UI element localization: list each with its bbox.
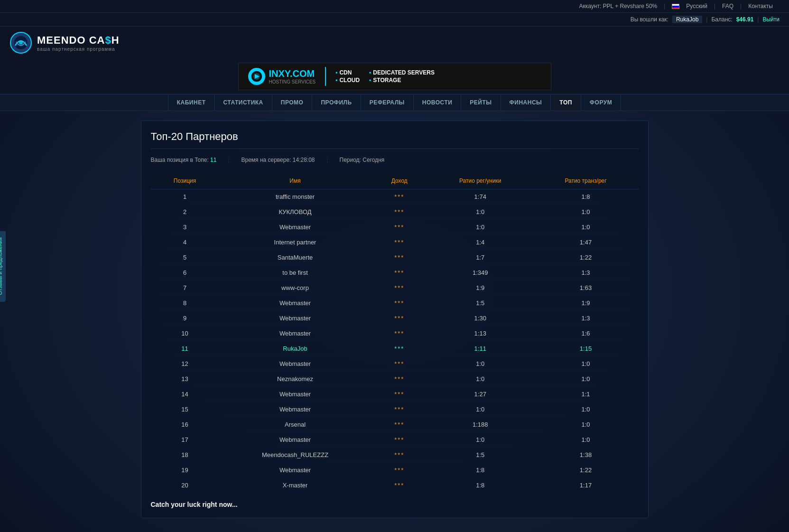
cell-reg-ratio: 1:9 [427, 280, 533, 296]
separator-2: | [714, 3, 715, 9]
logo: MEENDO CA$H ваша партнерская программа [9, 31, 120, 54]
nav-news[interactable]: НОВОСТИ [414, 94, 462, 111]
cell-name: traffic monster [219, 189, 371, 205]
cell-position: 11 [151, 341, 219, 356]
cell-income: *** [371, 280, 427, 296]
cell-reg-ratio: 1:8 [427, 463, 533, 478]
cell-income: *** [371, 326, 427, 341]
cell-position: 4 [151, 235, 219, 250]
cell-income: *** [371, 220, 427, 235]
nav-top[interactable]: ТОП [551, 94, 581, 111]
cell-income: *** [371, 205, 427, 220]
table-row: 6to be first***1:3491:3 [151, 265, 639, 280]
banner-inner[interactable]: INXY.COM HOSTING SERVICES •CDN •DEDICATE… [238, 63, 551, 90]
nav-statistics[interactable]: СТАТИСТИКА [215, 94, 272, 111]
cell-reg-ratio: 1:0 [427, 372, 533, 387]
nav-cabinet[interactable]: КАБИНЕТ [168, 94, 215, 111]
language-selector[interactable]: Русский [686, 3, 707, 9]
page-title: Топ-20 Партнеров [151, 131, 639, 149]
table-row: 1traffic monster***1:741:8 [151, 189, 639, 205]
cell-name: SantaMuerte [219, 250, 371, 265]
cell-trans-ratio: 1:0 [533, 432, 639, 448]
flag-icon [672, 3, 679, 9]
cell-income: *** [371, 265, 427, 280]
table-row: 16Arsenal***1:1881:0 [151, 417, 639, 432]
cell-trans-ratio: 1:0 [533, 402, 639, 417]
cell-position: 9 [151, 311, 219, 326]
cell-position: 2 [151, 205, 219, 220]
side-tab[interactable]: Отзывы и предложения [0, 231, 6, 301]
cell-name: Webmaster [219, 311, 371, 326]
cell-position: 15 [151, 402, 219, 417]
balance-label: Баланс: [711, 16, 732, 23]
table-row: 11RukaJob***1:111:15 [151, 341, 639, 356]
logout-button[interactable]: Выйти [762, 16, 780, 23]
cell-position: 14 [151, 387, 219, 402]
nav-finance[interactable]: ФИНАНСЫ [501, 94, 551, 111]
cell-position: 17 [151, 432, 219, 448]
cell-name: www-corp [219, 280, 371, 296]
table-row: 20X-master***1:81:17 [151, 478, 639, 493]
cell-name: Webmaster [219, 356, 371, 372]
cell-reg-ratio: 1:0 [427, 220, 533, 235]
table-row: 5SantaMuerte***1:71:22 [151, 250, 639, 265]
cell-income: *** [371, 250, 427, 265]
faq-link[interactable]: FAQ [722, 3, 733, 9]
table-row: 2КУКЛОВОД***1:01:0 [151, 205, 639, 220]
nav-rates[interactable]: РЕЙТЫ [461, 94, 501, 111]
cell-position: 12 [151, 356, 219, 372]
nav-referrals[interactable]: РЕФЕРАЛЫ [361, 94, 414, 111]
cell-reg-ratio: 1:5 [427, 448, 533, 463]
cell-trans-ratio: 1:0 [533, 417, 639, 432]
table-row: 19Webmaster***1:81:22 [151, 463, 639, 478]
cell-income: *** [371, 356, 427, 372]
cell-trans-ratio: 1:38 [533, 448, 639, 463]
cell-income: *** [371, 189, 427, 205]
cell-name: Webmaster [219, 387, 371, 402]
table-row: 14Webmaster***1:271:1 [151, 387, 639, 402]
logo-subtitle: ваша партнерская программа [37, 47, 120, 52]
cell-trans-ratio: 1:6 [533, 326, 639, 341]
svg-point-2 [19, 41, 23, 45]
col-trans-ratio: Ратио транз/рег [533, 173, 639, 189]
username-badge: RukaJob [672, 16, 702, 23]
feature-cdn: •CDN [335, 69, 360, 76]
cell-name: Webmaster [219, 326, 371, 341]
cell-income: *** [371, 311, 427, 326]
cell-position: 6 [151, 265, 219, 280]
table-row: 9Webmaster***1:301:3 [151, 311, 639, 326]
cell-reg-ratio: 1:349 [427, 265, 533, 280]
cell-income: *** [371, 372, 427, 387]
period: Период: Сегодня [340, 157, 385, 163]
cell-reg-ratio: 1:0 [427, 432, 533, 448]
logo-title: MEENDO CA$H [37, 34, 120, 47]
banner-sub: HOSTING SERVICES [269, 79, 316, 84]
cell-name: Webmaster [219, 402, 371, 417]
cell-position: 19 [151, 463, 219, 478]
cell-name: Webmaster [219, 220, 371, 235]
cell-income: *** [371, 387, 427, 402]
nav-forum[interactable]: ФОРУМ [581, 94, 621, 111]
cell-reg-ratio: 1:13 [427, 326, 533, 341]
nav-profile[interactable]: ПРОФИЛЬ [312, 94, 361, 111]
contacts-link[interactable]: Контакты [748, 3, 773, 9]
cell-income: *** [371, 235, 427, 250]
table-row: 8Webmaster***1:51:9 [151, 296, 639, 311]
col-income: Доход [371, 173, 427, 189]
nav-promo[interactable]: ПРОМО [272, 94, 313, 111]
separator-3: | [740, 3, 742, 9]
banner-features: •CDN •DEDICATED SERVERS •CLOUD •STORAGE [335, 69, 435, 84]
table-row: 15Webmaster***1:01:0 [151, 402, 639, 417]
cell-name: X-master [219, 478, 371, 493]
cell-reg-ratio: 1:30 [427, 311, 533, 326]
cell-income: *** [371, 478, 427, 493]
cell-position: 3 [151, 220, 219, 235]
cell-trans-ratio: 1:22 [533, 250, 639, 265]
cell-position: 20 [151, 478, 219, 493]
cell-income: *** [371, 417, 427, 432]
col-reg-ratio: Ратио рег/уники [427, 173, 533, 189]
logo-icon [9, 31, 32, 54]
position-label: Ваша позиция в Топе: 11 [151, 157, 217, 163]
content-box: Топ-20 Партнеров Ваша позиция в Топе: 11… [141, 121, 649, 518]
feature-cloud: •CLOUD [335, 77, 360, 84]
